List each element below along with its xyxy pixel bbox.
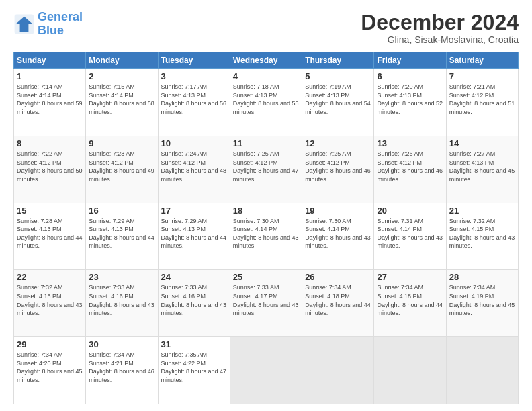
title-area: December 2024 Glina, Sisak-Moslavina, Cr…: [361, 11, 519, 45]
header: General Blue December 2024 Glina, Sisak-…: [13, 11, 519, 45]
calendar-row-1: 1 Sunrise: 7:14 AMSunset: 4:14 PMDayligh…: [14, 69, 519, 136]
day-21: 21 Sunrise: 7:32 AMSunset: 4:15 PMDaylig…: [446, 203, 518, 270]
calendar-row-5: 29 Sunrise: 7:34 AMSunset: 4:20 PMDaylig…: [14, 337, 519, 404]
day-6: 6 Sunrise: 7:20 AMSunset: 4:13 PMDayligh…: [374, 69, 446, 136]
col-wednesday: Wednesday: [230, 52, 302, 69]
day-30: 30 Sunrise: 7:34 AMSunset: 4:21 PMDaylig…: [86, 337, 158, 404]
col-tuesday: Tuesday: [158, 52, 230, 69]
day-3: 3 Sunrise: 7:17 AMSunset: 4:13 PMDayligh…: [158, 69, 230, 136]
day-7: 7 Sunrise: 7:21 AMSunset: 4:12 PMDayligh…: [446, 69, 518, 136]
col-thursday: Thursday: [302, 52, 374, 69]
day-27: 27 Sunrise: 7:34 AMSunset: 4:18 PMDaylig…: [374, 270, 446, 337]
page: General Blue December 2024 Glina, Sisak-…: [0, 0, 532, 411]
day-20: 20 Sunrise: 7:31 AMSunset: 4:14 PMDaylig…: [374, 203, 446, 270]
day-26: 26 Sunrise: 7:34 AMSunset: 4:18 PMDaylig…: [302, 270, 374, 337]
day-19: 19 Sunrise: 7:30 AMSunset: 4:14 PMDaylig…: [302, 203, 374, 270]
location-subtitle: Glina, Sisak-Moslavina, Croatia: [361, 34, 519, 45]
empty-cell-3: [374, 337, 446, 404]
day-16: 16 Sunrise: 7:29 AMSunset: 4:13 PMDaylig…: [86, 203, 158, 270]
logo-line1: General: [38, 10, 83, 24]
day-31: 31 Sunrise: 7:35 AMSunset: 4:22 PMDaylig…: [158, 337, 230, 404]
day-25: 25 Sunrise: 7:33 AMSunset: 4:17 PMDaylig…: [230, 270, 302, 337]
day-29: 29 Sunrise: 7:34 AMSunset: 4:20 PMDaylig…: [14, 337, 86, 404]
day-22: 22 Sunrise: 7:32 AMSunset: 4:15 PMDaylig…: [14, 270, 86, 337]
logo: General Blue: [13, 11, 83, 38]
empty-cell-4: [446, 337, 518, 404]
day-28: 28 Sunrise: 7:34 AMSunset: 4:19 PMDaylig…: [446, 270, 518, 337]
day-4: 4 Sunrise: 7:18 AMSunset: 4:13 PMDayligh…: [230, 69, 302, 136]
day-5: 5 Sunrise: 7:19 AMSunset: 4:13 PMDayligh…: [302, 69, 374, 136]
col-monday: Monday: [86, 52, 158, 69]
day-1: 1 Sunrise: 7:14 AMSunset: 4:14 PMDayligh…: [14, 69, 86, 136]
day-17: 17 Sunrise: 7:29 AMSunset: 4:13 PMDaylig…: [158, 203, 230, 270]
day-14: 14 Sunrise: 7:27 AMSunset: 4:13 PMDaylig…: [446, 136, 518, 203]
calendar-row-3: 15 Sunrise: 7:28 AMSunset: 4:13 PMDaylig…: [14, 203, 519, 270]
col-friday: Friday: [374, 52, 446, 69]
month-title: December 2024: [361, 11, 519, 34]
empty-cell-2: [302, 337, 374, 404]
calendar-table: Sunday Monday Tuesday Wednesday Thursday…: [13, 52, 519, 404]
col-saturday: Saturday: [446, 52, 518, 69]
day-8: 8 Sunrise: 7:22 AMSunset: 4:12 PMDayligh…: [14, 136, 86, 203]
calendar-row-4: 22 Sunrise: 7:32 AMSunset: 4:15 PMDaylig…: [14, 270, 519, 337]
empty-cell-1: [230, 337, 302, 404]
day-12: 12 Sunrise: 7:25 AMSunset: 4:12 PMDaylig…: [302, 136, 374, 203]
col-sunday: Sunday: [14, 52, 86, 69]
calendar-row-2: 8 Sunrise: 7:22 AMSunset: 4:12 PMDayligh…: [14, 136, 519, 203]
calendar-header-row: Sunday Monday Tuesday Wednesday Thursday…: [14, 52, 519, 69]
day-11: 11 Sunrise: 7:25 AMSunset: 4:12 PMDaylig…: [230, 136, 302, 203]
day-23: 23 Sunrise: 7:33 AMSunset: 4:16 PMDaylig…: [86, 270, 158, 337]
day-13: 13 Sunrise: 7:26 AMSunset: 4:12 PMDaylig…: [374, 136, 446, 203]
logo-icon: [13, 13, 35, 35]
logo-text: General Blue: [38, 11, 83, 38]
day-10: 10 Sunrise: 7:24 AMSunset: 4:12 PMDaylig…: [158, 136, 230, 203]
day-2: 2 Sunrise: 7:15 AMSunset: 4:14 PMDayligh…: [86, 69, 158, 136]
day-24: 24 Sunrise: 7:33 AMSunset: 4:16 PMDaylig…: [158, 270, 230, 337]
day-18: 18 Sunrise: 7:30 AMSunset: 4:14 PMDaylig…: [230, 203, 302, 270]
logo-line2: Blue: [38, 24, 64, 37]
day-15: 15 Sunrise: 7:28 AMSunset: 4:13 PMDaylig…: [14, 203, 86, 270]
day-9: 9 Sunrise: 7:23 AMSunset: 4:12 PMDayligh…: [86, 136, 158, 203]
